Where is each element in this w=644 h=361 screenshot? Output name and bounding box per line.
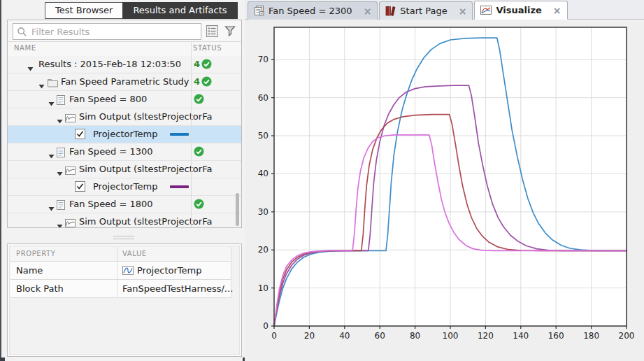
pass-icon xyxy=(194,199,204,212)
signal-icon xyxy=(65,112,76,125)
tree-scrollbar[interactable] xyxy=(236,56,240,226)
tree-row-label: Fan Speed = 800 xyxy=(69,94,147,104)
tree-row-6[interactable]: Sim Output (sltestProjectorFa xyxy=(8,161,241,178)
svg-text:70: 70 xyxy=(258,55,269,64)
svg-text:30: 30 xyxy=(258,207,269,217)
filter-results-input[interactable] xyxy=(30,26,201,38)
column-header-status: STATUS xyxy=(193,44,222,52)
signal-icon xyxy=(65,217,76,227)
tab-test-browser[interactable]: Test Browser xyxy=(45,2,122,19)
folder-icon xyxy=(48,77,58,90)
pass-count: 4 xyxy=(194,59,200,69)
column-divider xyxy=(191,41,192,227)
filter-button[interactable] xyxy=(222,23,238,38)
tab-label: Fan Speed = 2300 xyxy=(269,6,352,16)
property-panel-inner: PROPERTY VALUE Name ProjectorTemp Block … xyxy=(9,246,240,355)
svg-text:180: 180 xyxy=(583,331,599,341)
tree-row-1[interactable]: Fan Speed Parametric Study4 xyxy=(8,73,241,91)
property-row-1: Block Path FanSpeedTestHarness/... xyxy=(10,280,231,298)
close-icon[interactable]: × xyxy=(553,6,561,15)
tab-fan-speed-2300[interactable]: Fan Speed = 2300 × xyxy=(248,1,378,20)
close-icon[interactable]: × xyxy=(364,6,372,16)
pass-icon xyxy=(194,94,204,107)
tree-row-0[interactable]: Results : 2015-Feb-18 12:03:504 xyxy=(8,56,241,73)
panel-splitter[interactable] xyxy=(7,232,241,242)
property-panel: PROPERTY VALUE Name ProjectorTemp Block … xyxy=(7,243,242,357)
signal-icon xyxy=(65,164,76,178)
tree-row-9[interactable]: Sim Output (sltestProjectorFa xyxy=(8,213,241,227)
property-value: ProjectorTemp xyxy=(122,265,201,276)
books-icon xyxy=(385,6,396,16)
tree-row-8[interactable]: Fan Speed = 1800 xyxy=(8,196,241,213)
tree-row-2[interactable]: Fan Speed = 800 xyxy=(8,91,241,108)
column-header-name: NAME xyxy=(14,44,36,52)
document-icon xyxy=(57,147,65,160)
plot-icon xyxy=(480,6,492,15)
document-icon xyxy=(57,199,65,213)
close-icon[interactable]: × xyxy=(459,6,467,16)
status-cell xyxy=(192,143,241,160)
line-color-swatch xyxy=(170,133,189,136)
tree-row-label: Fan Speed = 1800 xyxy=(69,199,153,209)
signal-checkbox[interactable] xyxy=(75,129,85,142)
signal-checkbox[interactable] xyxy=(75,181,85,194)
tab-label: Visualize xyxy=(496,5,541,15)
report-icon xyxy=(254,6,264,16)
tree-row-4[interactable]: ProjectorTemp xyxy=(8,126,241,143)
tree-row-label: Fan Speed = 1300 xyxy=(69,146,153,157)
svg-text:0: 0 xyxy=(271,331,277,341)
property-row-0: Name ProjectorTemp xyxy=(10,262,231,280)
svg-text:0: 0 xyxy=(263,321,269,331)
status-cell: 4 xyxy=(192,73,241,90)
tab-results-and-artifacts[interactable]: Results and Artifacts xyxy=(122,2,237,19)
tab-start-page[interactable]: Start Page × xyxy=(379,1,473,20)
results-tree: Results : 2015-Feb-18 12:03:504Fan Speed… xyxy=(8,56,241,227)
column-header-value: VALUE xyxy=(122,250,147,257)
status-cell: 4 xyxy=(192,56,241,73)
document-tabbar: Fan Speed = 2300 × Start Page × Visualiz… xyxy=(245,0,644,20)
property-name: Name xyxy=(16,265,43,276)
funnel-icon xyxy=(224,25,236,36)
property-table-header: PROPERTY VALUE xyxy=(10,247,231,262)
tree-row-3[interactable]: Sim Output (sltestProjectorFa xyxy=(8,108,241,126)
svg-text:50: 50 xyxy=(258,131,269,141)
svg-text:120: 120 xyxy=(478,331,494,341)
status-cell xyxy=(192,126,241,143)
property-table: PROPERTY VALUE Name ProjectorTemp Block … xyxy=(10,247,231,298)
line-color-swatch xyxy=(170,185,189,188)
list-view-icon xyxy=(206,25,218,37)
expander-icon[interactable] xyxy=(57,219,63,227)
left-tabbar: Test Browser Results and Artifacts xyxy=(45,2,238,19)
tree-row-label: ProjectorTemp xyxy=(93,181,157,192)
svg-text:200: 200 xyxy=(619,331,635,341)
svg-text:80: 80 xyxy=(410,331,420,341)
results-browser-panel: NAME STATUS Results : 2015-Feb-18 12:03:… xyxy=(7,20,242,228)
svg-text:60: 60 xyxy=(375,331,385,341)
svg-text:140: 140 xyxy=(513,331,529,341)
status-cell xyxy=(192,196,241,213)
filter-results-box[interactable] xyxy=(13,23,201,40)
tree-row-5[interactable]: Fan Speed = 1300 xyxy=(8,143,241,161)
scrollbar-thumb[interactable] xyxy=(236,193,239,226)
pass-icon xyxy=(201,59,212,72)
chart-area: 0204060801001201401601802000102030405060… xyxy=(245,20,644,361)
document-icon xyxy=(57,94,65,108)
tree-row-7[interactable]: ProjectorTemp xyxy=(8,178,241,196)
property-value: FanSpeedTestHarness/... xyxy=(122,283,233,294)
svg-text:100: 100 xyxy=(443,331,459,341)
status-cell xyxy=(192,108,241,125)
tree-row-label: Results : 2015-Feb-18 12:03:50 xyxy=(38,59,181,69)
tree-row-label: Fan Speed Parametric Study xyxy=(61,76,189,87)
column-header-property: PROPERTY xyxy=(16,250,55,257)
svg-text:160: 160 xyxy=(548,331,564,341)
svg-text:60: 60 xyxy=(258,93,269,103)
property-name: Block Path xyxy=(16,283,64,294)
visualize-plot: 0204060801001201401601802000102030405060… xyxy=(245,20,644,361)
status-cell xyxy=(192,178,241,195)
list-view-button[interactable] xyxy=(204,23,220,38)
svg-text:20: 20 xyxy=(258,245,269,255)
tab-visualize[interactable]: Visualize × xyxy=(474,1,567,20)
pass-icon xyxy=(201,76,212,90)
status-cell xyxy=(192,161,241,178)
results-pane: Test Browser Results and Artifacts xyxy=(5,0,243,361)
